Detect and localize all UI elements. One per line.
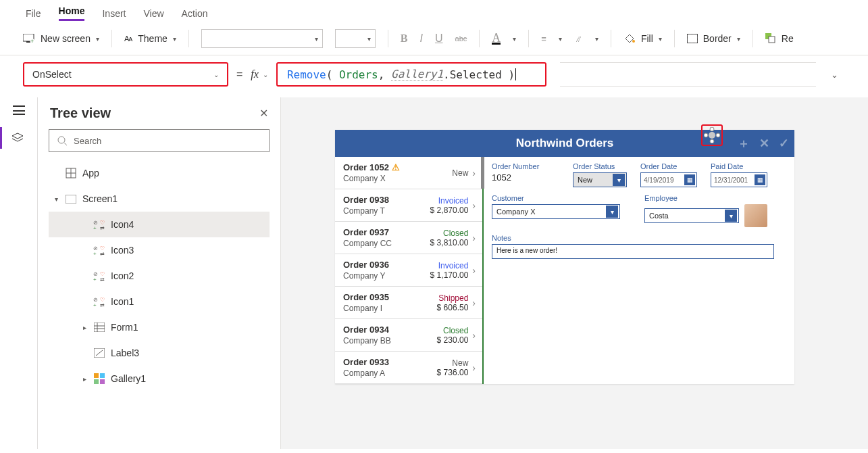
close-icon[interactable]: ✕ — [259, 107, 268, 120]
gallery-row[interactable]: Order 1052⚠ Company X New › — [335, 157, 482, 189]
tree-node-label3[interactable]: Label3 — [49, 340, 270, 366]
order-amount: $ 606.50 — [437, 303, 469, 312]
tree-label: Icon3 — [111, 245, 134, 256]
chevron-down-icon: ▾ — [737, 35, 740, 43]
tree-node-icon4[interactable]: ⊘♡+⇄ Icon4 — [49, 212, 270, 237]
theme-button[interactable]: Aᴀ Theme ▾ — [124, 33, 176, 44]
align-button[interactable]: ≡ — [541, 34, 546, 44]
formula-input[interactable]: Remove( Orders, Gallery1 .Selected ) — [276, 62, 546, 87]
font-color-button[interactable]: A — [492, 33, 501, 45]
hamburger-icon[interactable] — [13, 105, 25, 115]
svg-line-36 — [96, 350, 103, 356]
property-selector[interactable]: OnSelect ⌄ — [23, 62, 228, 87]
gallery-row[interactable]: Order 0935 Company I Shipped $ 606.50 › — [335, 287, 482, 319]
search-icon — [57, 136, 67, 145]
italic-button[interactable]: I — [420, 32, 423, 45]
formula-fn: Remove — [287, 68, 326, 81]
app-icon — [65, 167, 77, 179]
customer-select[interactable]: Company X▾ — [492, 204, 620, 219]
font-size-select[interactable]: ▾ — [335, 29, 376, 48]
gallery-row[interactable]: Order 0933 Company A New $ 736.00 › — [335, 352, 482, 384]
underline-button[interactable]: U — [435, 32, 443, 45]
new-screen-label: New screen — [41, 33, 91, 44]
chevron-down-icon: ⌄ — [213, 71, 219, 78]
scrollbar-thumb[interactable] — [481, 157, 484, 189]
employee-avatar — [744, 204, 767, 227]
chevron-down-icon: ▾ — [513, 35, 516, 43]
border-icon — [687, 34, 698, 43]
tree-node-gallery1[interactable]: ▸ Gallery1 — [49, 366, 270, 391]
search-input[interactable]: Search — [49, 129, 270, 152]
order-number-value: 1052 — [492, 172, 559, 183]
tree-label: Icon1 — [111, 296, 134, 307]
app-preview: Northwind Orders ＋ ✕ ✓ Order 1052⚠ Compa… — [335, 130, 794, 384]
strike-button[interactable]: abc — [455, 34, 467, 43]
tree-node-icon2[interactable]: ⊘♡+⇄ Icon2 — [49, 263, 270, 289]
chevron-down-icon: ▾ — [559, 35, 562, 43]
order-amount: $ 2,870.00 — [430, 206, 469, 215]
gallery-row[interactable]: Order 0938 Company T Invoiced $ 2,870.00… — [335, 189, 482, 222]
notes-label: Notes — [492, 234, 786, 242]
reorder-button[interactable]: Re — [765, 33, 794, 44]
order-date-label: Order Date — [640, 162, 697, 170]
svg-text:+: + — [30, 38, 34, 43]
svg-rect-14 — [66, 195, 76, 204]
menu-file[interactable]: File — [26, 8, 41, 19]
add-icon[interactable]: ＋ — [738, 135, 750, 151]
bold-button[interactable]: B — [401, 32, 408, 45]
tree-node-icon3[interactable]: ⊘♡+⇄ Icon3 — [49, 237, 270, 263]
separator — [528, 30, 529, 47]
order-status: Closed — [437, 326, 469, 335]
orders-gallery[interactable]: Order 1052⚠ Company X New › Order 0938 C… — [335, 157, 484, 384]
order-date-input[interactable]: 4/19/2019▦ — [640, 172, 697, 187]
svg-point-42 — [710, 127, 714, 131]
svg-rect-6 — [687, 34, 698, 43]
font-family-select[interactable]: ▾ — [201, 29, 323, 48]
menu-home[interactable]: Home — [59, 5, 85, 21]
tree-node-form1[interactable]: ▸ Form1 — [49, 314, 270, 340]
employee-select[interactable]: Costa▾ — [644, 208, 739, 223]
notes-value: Here is a new order! — [496, 247, 557, 254]
screen-icon — [65, 193, 77, 205]
expand-formula-icon[interactable]: ⌄ — [824, 70, 845, 80]
order-company: Company A — [343, 368, 437, 378]
notes-input[interactable]: Here is a new order! — [492, 244, 774, 259]
chevron-down-icon: ▾ — [173, 35, 176, 43]
new-screen-button[interactable]: + New screen ▾ — [23, 33, 99, 44]
border-button[interactable]: Border ▾ — [687, 33, 740, 44]
check-icon[interactable]: ✓ — [779, 136, 789, 151]
canvas[interactable]: Northwind Orders ＋ ✕ ✓ Order 1052⚠ Compa… — [281, 97, 868, 449]
tree-view-pane: Tree view ✕ Search App ▾ Screen1 ⊘♡+⇄ Ic… — [38, 97, 281, 449]
fx-button[interactable]: fx ⌄ — [251, 68, 268, 80]
order-company: Company I — [343, 304, 437, 313]
caret-icon: ▾ — [53, 195, 59, 203]
tree-node-screen1[interactable]: ▾ Screen1 — [49, 186, 270, 212]
order-company: Company T — [343, 206, 430, 216]
svg-rect-38 — [100, 373, 105, 378]
tree-node-app[interactable]: App — [49, 160, 270, 186]
tree-view-tab[interactable] — [0, 127, 37, 149]
selected-control-handles[interactable] — [701, 124, 723, 146]
separator — [479, 30, 480, 47]
svg-text:⇄: ⇄ — [100, 302, 105, 307]
tree-node-icon1[interactable]: ⊘♡+⇄ Icon1 — [49, 289, 270, 314]
gallery-row[interactable]: Order 0934 Company BB Closed $ 230.00 › — [335, 319, 482, 352]
fill-button[interactable]: Fill ▾ — [623, 33, 662, 44]
caret-icon: ▸ — [81, 375, 88, 383]
main-area: Tree view ✕ Search App ▾ Screen1 ⊘♡+⇄ Ic… — [0, 97, 868, 449]
close-icon[interactable]: ✕ — [759, 136, 769, 151]
app-title: Northwind Orders — [516, 137, 614, 150]
separator — [752, 30, 753, 47]
chevron-right-icon: › — [472, 168, 476, 178]
menu-action[interactable]: Action — [182, 8, 208, 19]
menu-view[interactable]: View — [143, 8, 163, 19]
formula-arg1: Orders — [339, 68, 378, 81]
chevron-down-icon: ▾ — [315, 35, 318, 43]
order-status-select[interactable]: New▾ — [573, 172, 627, 187]
paid-date-input[interactable]: 12/31/2001▦ — [711, 172, 767, 187]
menu-insert[interactable]: Insert — [102, 8, 126, 19]
customer-value: Company X — [496, 208, 535, 216]
gallery-row[interactable]: Order 0937 Company CC Closed $ 3,810.00 … — [335, 222, 482, 254]
gallery-row[interactable]: Order 0936 Company Y Invoiced $ 1,170.00… — [335, 254, 482, 287]
valign-button[interactable]: ⫽ — [574, 34, 583, 44]
